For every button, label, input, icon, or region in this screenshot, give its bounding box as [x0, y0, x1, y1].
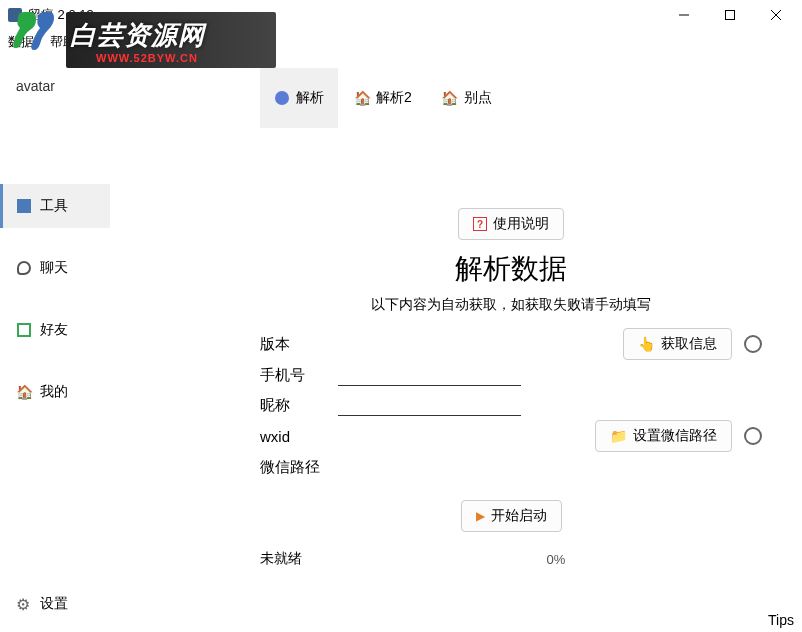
instructions-button[interactable]: ? 使用说明 [458, 208, 564, 240]
app-icon [8, 8, 22, 22]
minimize-button[interactable] [662, 1, 706, 29]
question-icon: ? [473, 217, 487, 231]
window-title: 留痕 2.0.13 [28, 6, 94, 24]
avatar-label: avatar [0, 78, 110, 94]
label-wxpath: 微信路径 [260, 458, 338, 477]
progress-text: 0% [350, 552, 762, 567]
sidebar-item-label: 工具 [40, 197, 68, 215]
tab-parse[interactable]: 解析 [260, 68, 338, 128]
friend-icon [16, 322, 32, 338]
form-heading: 解析数据 [260, 250, 762, 288]
sidebar-item-label: 聊天 [40, 259, 68, 277]
gear-icon: ⚙ [16, 595, 30, 614]
tab-label: 别点 [464, 89, 492, 107]
label-phone: 手机号 [260, 366, 338, 385]
fingerprint-icon: 👆 [638, 336, 655, 352]
start-label: 开始启动 [491, 507, 547, 525]
circle-icon [274, 90, 290, 106]
menu-about[interactable]: 关于 [92, 33, 118, 51]
sidebar-item-label: 好友 [40, 321, 68, 339]
menubar: 数据 帮助 关于 [0, 30, 802, 54]
sidebar-settings-label: 设置 [40, 595, 68, 613]
menu-data[interactable]: 数据 [8, 33, 34, 51]
instructions-label: 使用说明 [493, 215, 549, 233]
main-panel: 解析 🏠 解析2 🏠 别点 ? 使用说明 解析数据 以下内容为自动获取，如获取失… [110, 54, 802, 632]
label-nickname: 昵称 [260, 396, 338, 415]
house-icon: 🏠 [442, 90, 458, 106]
form-subheading: 以下内容为自动获取，如获取失败请手动填写 [260, 296, 762, 314]
sidebar-item-my[interactable]: 🏠 我的 [0, 370, 110, 414]
chat-icon [16, 260, 32, 276]
tab-label: 解析2 [376, 89, 412, 107]
folder-icon: 📁 [610, 428, 627, 444]
sidebar: avatar 工具 聊天 好友 🏠 我的 ⚙ 设置 [0, 54, 110, 632]
set-path-label: 设置微信路径 [633, 427, 717, 445]
label-wxid: wxid [260, 428, 338, 445]
nickname-input[interactable] [338, 395, 521, 416]
tips-label[interactable]: Tips [768, 612, 794, 628]
tool-icon [16, 198, 32, 214]
tab-dont-click[interactable]: 🏠 别点 [428, 68, 506, 128]
menu-help[interactable]: 帮助 [50, 33, 76, 51]
close-button[interactable] [754, 1, 798, 29]
sidebar-item-chat[interactable]: 聊天 [0, 246, 110, 290]
house-icon: 🏠 [354, 90, 370, 106]
set-path-button[interactable]: 📁 设置微信路径 [595, 420, 732, 452]
tab-parse2[interactable]: 🏠 解析2 [340, 68, 426, 128]
get-info-label: 获取信息 [661, 335, 717, 353]
get-info-radio[interactable] [744, 335, 762, 353]
label-version: 版本 [260, 335, 338, 354]
titlebar: 留痕 2.0.13 [0, 0, 802, 30]
home-icon: 🏠 [16, 384, 32, 400]
tab-label: 解析 [296, 89, 324, 107]
svg-rect-1 [726, 11, 735, 20]
sidebar-item-friend[interactable]: 好友 [0, 308, 110, 352]
tabs: 解析 🏠 解析2 🏠 别点 [110, 54, 802, 128]
get-info-button[interactable]: 👆 获取信息 [623, 328, 732, 360]
status-label: 未就绪 [260, 550, 350, 568]
start-button[interactable]: ▶ 开始启动 [461, 500, 562, 532]
sidebar-settings[interactable]: ⚙ 设置 [0, 584, 110, 624]
play-icon: ▶ [476, 509, 485, 523]
sidebar-item-label: 我的 [40, 383, 68, 401]
sidebar-item-tool[interactable]: 工具 [0, 184, 110, 228]
maximize-button[interactable] [708, 1, 752, 29]
set-path-radio[interactable] [744, 427, 762, 445]
phone-input[interactable] [338, 365, 521, 386]
window-controls [662, 1, 798, 29]
